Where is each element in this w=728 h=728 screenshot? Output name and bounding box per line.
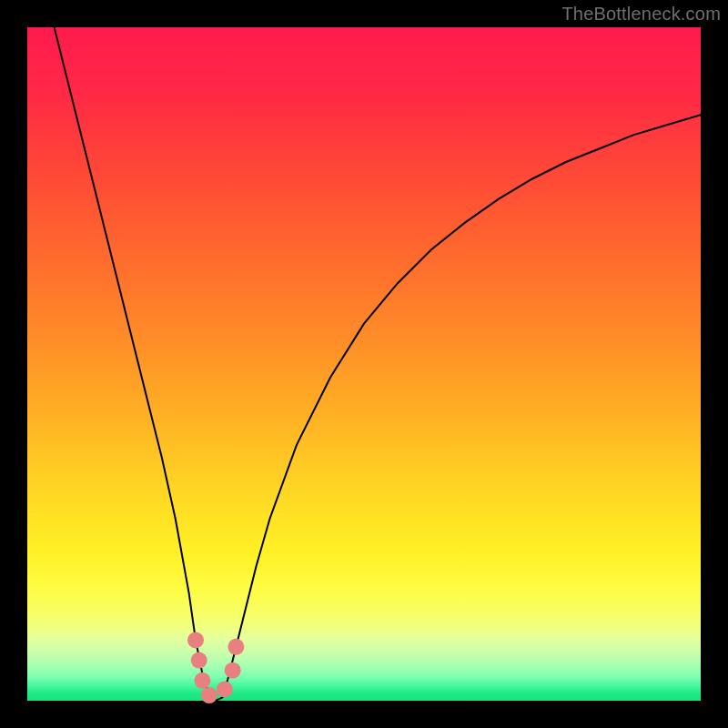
curve-marker [194,672,210,689]
plot-area [27,27,701,701]
watermark-label: TheBottleneck.com [561,4,721,25]
curve-marker [187,632,204,648]
curve-marker [201,687,217,703]
curve-marker [217,681,233,697]
chart-frame: TheBottleneck.com [0,0,728,728]
curve-marker [228,639,244,655]
curve-markers [187,632,244,703]
curve-marker [225,662,241,679]
chart-svg [27,27,701,701]
curve-marker [191,652,207,669]
bottleneck-curve [55,27,701,701]
